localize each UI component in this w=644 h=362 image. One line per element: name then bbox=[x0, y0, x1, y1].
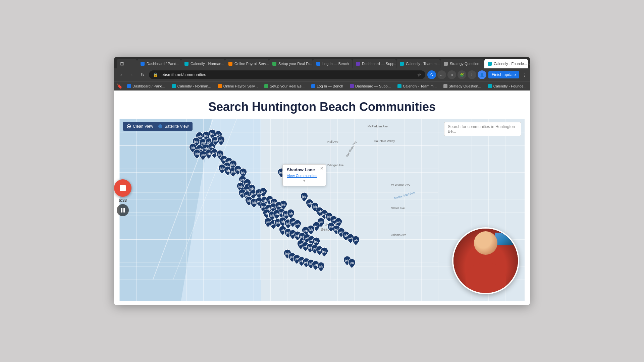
satellite-view-radio[interactable] bbox=[158, 124, 162, 128]
share-btn[interactable]: ⤴ bbox=[468, 70, 476, 79]
bookmark-label-8: Strategy Question... bbox=[449, 84, 481, 88]
page-content: Search Huntington Beach Communities bbox=[114, 90, 530, 305]
bookmark-label-9: Calendly - Founde... bbox=[493, 84, 527, 88]
clean-view-option[interactable]: Clean View bbox=[127, 124, 153, 129]
extension-btn-2[interactable]: ⊕ bbox=[447, 70, 456, 79]
finish-update-button[interactable]: Finish update bbox=[488, 71, 519, 78]
tab-strategy[interactable]: Strategy Question... bbox=[440, 59, 484, 68]
clean-view-label: Clean View bbox=[133, 124, 153, 129]
bookmark-team[interactable]: Calendly - Team m... bbox=[395, 83, 439, 89]
bookmarks-bar-icon: 🔖 bbox=[117, 83, 122, 89]
bookmark-favicon-9 bbox=[488, 84, 492, 88]
bookmark-favicon-7 bbox=[397, 84, 401, 88]
bookmark-favicon-4 bbox=[264, 84, 268, 88]
bookmark-payroll[interactable]: Online Payroll Serv... bbox=[215, 83, 261, 89]
bookmark-supp[interactable]: Dashboard — Supp... bbox=[347, 83, 393, 89]
tab-bench[interactable]: Log In — Bench bbox=[313, 59, 352, 68]
tab-setup-real[interactable]: Setup your Real Es... bbox=[269, 59, 313, 68]
tab-calendly-founde[interactable]: Calendly - Founde... bbox=[484, 59, 528, 68]
tab-payroll[interactable]: Online Payroll Serv... bbox=[225, 59, 269, 68]
tab-label-supp: Dashboard — Supp... bbox=[362, 62, 396, 66]
tab-bar: ⊞ Dashboard / Pand... Calendly - Norman.… bbox=[114, 57, 530, 68]
satellite-view-label: Satellite View bbox=[164, 124, 189, 129]
bookmark-favicon-1 bbox=[127, 84, 131, 88]
satellite-view-option[interactable]: Satellite View bbox=[158, 124, 189, 129]
tab-favicon-bench bbox=[316, 62, 320, 66]
address-bar[interactable]: 🔒 jebsmith.net/communities ☆ bbox=[149, 70, 425, 79]
bookmark-calendly1[interactable]: Calendly - Norman... bbox=[169, 83, 214, 89]
bookmarks-bar: 🔖 Dashboard / Pand... Calendly - Norman.… bbox=[114, 81, 530, 90]
stop-icon bbox=[120, 185, 126, 191]
address-bar-row: ‹ › ↻ 🔒 jebsmith.net/communities ☆ G ···… bbox=[114, 68, 530, 81]
bookmark-star-icon[interactable]: ☆ bbox=[417, 72, 421, 77]
tab-calendly-norman[interactable]: Calendly - Norman... bbox=[181, 59, 225, 68]
bookmark-bench[interactable]: Log In — Bench bbox=[309, 83, 346, 89]
profile-btn[interactable]: 👤 bbox=[478, 70, 486, 79]
clean-view-radio[interactable] bbox=[127, 124, 131, 128]
popup-view-communities-link[interactable]: View Communities bbox=[287, 174, 322, 178]
browser-window: ⊞ Dashboard / Pand... Calendly - Norman.… bbox=[114, 57, 530, 305]
tab-label-calendly2: Calendly - Team m... bbox=[406, 62, 440, 66]
tab-label-payroll: Online Payroll Serv... bbox=[234, 62, 269, 66]
tab-calendly-team[interactable]: Calendly - Team m... bbox=[396, 59, 440, 68]
presenter-video bbox=[453, 229, 518, 293]
bookmark-founde[interactable]: Calendly - Founde... bbox=[485, 83, 529, 89]
back-button[interactable]: ‹ bbox=[117, 70, 125, 79]
tab-favicon-supp bbox=[356, 62, 360, 66]
browser-actions: G ··· ⊕ 🧩 ⤴ 👤 bbox=[427, 70, 486, 79]
tab-grid-btn[interactable]: ⊞ bbox=[117, 59, 137, 68]
bookmark-label-4: Setup your Real Es... bbox=[270, 84, 305, 88]
pause-icon bbox=[121, 208, 125, 213]
forward-button[interactable]: › bbox=[127, 70, 136, 79]
pause-bar-right bbox=[123, 208, 125, 213]
presenter-head bbox=[474, 231, 497, 255]
popup-title: Shadow Lane bbox=[287, 167, 322, 172]
stop-recording-button[interactable] bbox=[114, 179, 131, 197]
bookmark-setup[interactable]: Setup your Real Es... bbox=[262, 83, 307, 89]
extension-btn-1[interactable]: G bbox=[427, 70, 436, 79]
popup-close-button[interactable]: ✕ bbox=[320, 166, 324, 171]
bookmark-label-5: Log In — Bench bbox=[317, 84, 343, 88]
tab-dashboard-supp[interactable]: Dashboard — Supp... bbox=[353, 59, 396, 68]
popup-arrow: ▼ bbox=[287, 178, 322, 183]
bookmark-favicon-5 bbox=[311, 84, 315, 88]
recording-time-display: 6:33 bbox=[119, 198, 127, 203]
more-options-btn[interactable]: ··· bbox=[437, 70, 446, 79]
pause-recording-button[interactable] bbox=[117, 204, 129, 216]
tab-favicon-strategy bbox=[444, 62, 448, 66]
map-popup: ✕ Shadow Lane View Communities ▼ bbox=[282, 164, 326, 186]
tab-favicon-calendly3 bbox=[488, 62, 492, 66]
map-container[interactable]: Heil Ave Edinger Ave W Warner Ave Slater… bbox=[119, 119, 525, 301]
screen-in-video bbox=[495, 233, 513, 245]
pause-bar-left bbox=[121, 208, 122, 213]
tab-favicon-payroll bbox=[228, 62, 232, 66]
tab-favicon-calendly2 bbox=[400, 62, 404, 66]
extension-btn-3[interactable]: 🧩 bbox=[458, 70, 466, 79]
video-overlay bbox=[452, 227, 519, 294]
bookmark-favicon-3 bbox=[218, 84, 222, 88]
view-toggle[interactable]: Clean View Satellite View bbox=[123, 122, 193, 131]
bookmark-strategy[interactable]: Strategy Question... bbox=[441, 83, 484, 89]
url-text: jebsmith.net/communities bbox=[161, 72, 415, 77]
bookmark-dashboard[interactable]: Dashboard / Pand... bbox=[124, 83, 168, 89]
bookmark-label-7: Calendly - Team m... bbox=[403, 84, 437, 88]
recording-overlay: 6:33 bbox=[114, 179, 131, 216]
tab-label-strategy: Strategy Question... bbox=[450, 62, 482, 66]
tab-label-bench: Log In — Bench bbox=[322, 62, 349, 66]
bookmark-label-2: Calendly - Norman... bbox=[177, 84, 211, 88]
tab-more-button[interactable]: ›› bbox=[528, 59, 530, 68]
tab-dashboard[interactable]: Dashboard / Pand... bbox=[137, 59, 181, 68]
page-header: Search Huntington Beach Communities bbox=[114, 90, 530, 119]
tab-label-calendly1: Calendly - Norman... bbox=[191, 62, 224, 66]
bookmark-favicon-6 bbox=[350, 84, 354, 88]
reload-button[interactable]: ↻ bbox=[138, 70, 147, 79]
tab-favicon-dashboard bbox=[141, 62, 145, 66]
presenter-body bbox=[466, 263, 506, 290]
tab-label-setup: Setup your Real Es... bbox=[278, 62, 313, 66]
page-title: Search Huntington Beach Communities bbox=[121, 100, 523, 114]
finish-update-menu[interactable]: ⋮ bbox=[522, 72, 527, 78]
tab-favicon-setup bbox=[272, 62, 276, 66]
tab-favicon-calendly1 bbox=[184, 62, 189, 66]
bookmark-label-1: Dashboard / Pand... bbox=[132, 84, 165, 88]
map-search-input[interactable]: Search for communities in Huntington Be.… bbox=[444, 122, 521, 136]
